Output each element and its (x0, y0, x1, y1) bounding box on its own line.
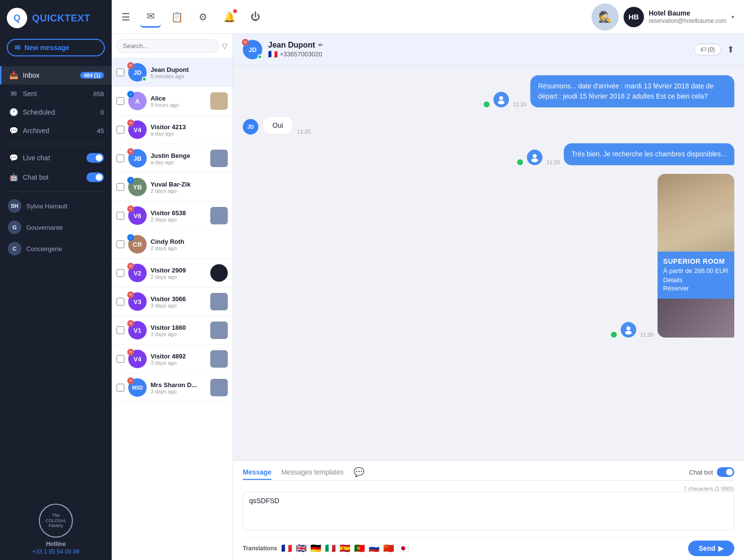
contact-time: a day ago (151, 131, 228, 136)
list-item[interactable]: V1 ✉ Visitor 1860 3 days ago (112, 316, 233, 345)
tag-button[interactable]: 🏷 (0) (694, 44, 721, 55)
flag-it[interactable]: 🇮🇹 (325, 543, 336, 554)
list-item[interactable]: V4 ✉ Visitor 4892 3 days ago (112, 345, 233, 373)
list-item[interactable]: V6 ✉ Visitor 6538 2 days ago (112, 202, 233, 230)
power-icon[interactable]: ⏻ (245, 6, 266, 28)
contact-time: 3 days ago (151, 360, 206, 366)
filter-icon[interactable]: ▽ (222, 42, 228, 51)
list-item[interactable]: YB f Yuval Bar-Zik 2 days ago (112, 173, 233, 202)
livechat-toggle[interactable] (86, 153, 104, 163)
tab-templates[interactable]: Messages templates (281, 468, 343, 480)
message-sender-avatar (621, 322, 636, 338)
chat-header-avatar: JD ✉ (243, 40, 262, 59)
chatbot-compose-toggle[interactable] (717, 467, 734, 477)
flag-es[interactable]: 🇪🇸 (339, 543, 350, 554)
sidebar-item-chatbot[interactable]: 🤖 Chat bot (0, 168, 112, 187)
inbox-item-info: Cindy Roth 2 days ago (151, 238, 228, 251)
flag-gb[interactable]: 🇬🇧 (296, 543, 306, 554)
contact-time: 2 days ago (151, 245, 228, 251)
item-checkbox[interactable] (117, 326, 124, 334)
message-input[interactable]: qsSDFSD (243, 492, 734, 530)
card-details-link[interactable]: Détails (663, 276, 728, 284)
hamburger-icon[interactable]: ☰ (121, 11, 130, 23)
item-checkbox[interactable] (117, 212, 124, 220)
sidebar-user-gouvernante[interactable]: G Gouvernante (0, 217, 112, 238)
item-checkbox[interactable] (117, 269, 124, 277)
card-body: SUPERIOR ROOM À partir de 266.00 EUR Dét… (658, 252, 734, 299)
inbox-icon: 📥 (9, 71, 18, 80)
room-image (658, 174, 734, 252)
scheduled-label: Scheduled (23, 108, 55, 116)
send-arrow-icon: ▶ (718, 544, 724, 552)
item-checkbox[interactable] (117, 126, 124, 134)
send-button[interactable]: Send ▶ (688, 541, 734, 556)
chatbot-toggle[interactable] (86, 172, 104, 182)
item-checkbox[interactable] (117, 154, 124, 162)
item-checkbox[interactable] (117, 298, 124, 305)
room-image-2 (658, 299, 734, 338)
message-row: Résumons... date d'arrivée : mardi 13 fé… (243, 75, 734, 107)
user-avatar-sm-g: G (8, 221, 21, 234)
card-reserve-link[interactable]: Réserver (663, 285, 728, 292)
message-time: 11:20 (297, 129, 311, 135)
list-item[interactable]: JD ✉ Jean Dupont 5 minutes ago (112, 58, 233, 87)
sidebar-divider2 (7, 191, 105, 191)
list-item[interactable]: V4 ✉ Visitor 4213 a day ago (112, 116, 233, 144)
flag-de[interactable]: 🇩🇪 (310, 543, 321, 554)
sidebar-item-archived[interactable]: 💬 Archived 45 (0, 121, 112, 140)
item-checkbox[interactable] (117, 97, 124, 105)
sidebar-bottom: TheCOLOSALFactory Hotline +33 1 85 54 00… (0, 496, 112, 560)
flag-pt[interactable]: 🇵🇹 (354, 543, 365, 554)
sidebar-user-sylvia[interactable]: SH Sylvia Harrault (0, 195, 112, 217)
inbox-item-info: Mrs Sharon D... 3 days ago (151, 381, 206, 394)
avatar-wrap: JB ✉ (128, 149, 147, 168)
hotline-label: Hotline (46, 541, 66, 547)
item-checkbox[interactable] (117, 68, 124, 76)
sidebar-item-livechat[interactable]: 💬 Live chat (0, 148, 112, 168)
pencil-icon: ✉ (15, 44, 20, 51)
item-checkbox[interactable] (117, 240, 124, 248)
list-item[interactable]: V2 ✉ Visitor 2909 2 days ago (112, 259, 233, 288)
tab-message[interactable]: Message (243, 468, 271, 480)
compose-tabs: Message Messages templates 💬 Chat bot (243, 467, 734, 481)
inbox-item-info: Visitor 6538 2 days ago (151, 209, 206, 222)
list-item[interactable]: CR f Cindy Roth 2 days ago (112, 230, 233, 259)
bell-icon[interactable]: 🔔 (219, 6, 240, 28)
list-item[interactable]: MSD ✉ Mrs Sharon D... 3 days ago (112, 373, 233, 402)
contact-name: Visitor 3066 (151, 295, 206, 303)
sidebar-item-scheduled[interactable]: 🕐 Scheduled 0 (0, 103, 112, 121)
svg-point-4 (626, 326, 630, 330)
card-price: À partir de 266.00 EUR (663, 267, 728, 274)
chat-header: JD ✉ Jean Dupont ✏ 🇫🇷 +33657003020 (233, 34, 744, 66)
export-icon[interactable]: ⬆ (727, 44, 734, 55)
sidebar-item-sent[interactable]: ✉ Sent 858 (0, 85, 112, 103)
sidebar-item-inbox[interactable]: 📥 Inbox 484 (1) (0, 66, 112, 85)
list-item[interactable]: A f Alice 9 hours ago (112, 87, 233, 116)
flag-fr[interactable]: 🇫🇷 (281, 543, 292, 554)
status-online (257, 54, 262, 59)
item-checkbox[interactable] (117, 355, 124, 363)
contact-time: 3 days ago (151, 331, 206, 337)
flag-jp[interactable]: 🇯🇵 (398, 543, 408, 554)
channel-badge: ✉ (127, 320, 134, 327)
item-checkbox[interactable] (117, 183, 124, 191)
list-item[interactable]: V3 ✉ Visitor 3066 3 days ago (112, 288, 233, 316)
flag-cn[interactable]: 🇨🇳 (383, 543, 394, 554)
item-checkbox[interactable] (117, 384, 124, 391)
contact-name: Visitor 4213 (151, 123, 228, 131)
user-menu[interactable]: HB Hotel Baume reservation@hotelbaume.co… (624, 7, 734, 27)
search-bar: ▽ (112, 34, 233, 58)
new-message-button[interactable]: ✉ New message (7, 39, 105, 56)
mail-tab-icon[interactable]: ✉ (140, 6, 161, 28)
edit-name-icon[interactable]: ✏ (318, 42, 323, 49)
flag-ru[interactable]: 🇷🇺 (369, 543, 379, 554)
channel-badge: ✉ (127, 205, 134, 212)
search-input[interactable] (117, 39, 219, 53)
hotel-name: Hotel Baume (649, 9, 727, 17)
settings-icon[interactable]: ⚙ (192, 6, 214, 28)
list-item[interactable]: JB ✉ Justin Benge a day ago (112, 144, 233, 173)
notebook-icon[interactable]: 📋 (166, 6, 187, 28)
messenger-icon[interactable]: 💬 (354, 467, 364, 477)
scheduled-icon: 🕐 (9, 108, 18, 117)
sidebar-user-conciergerie[interactable]: C Conciergerie (0, 238, 112, 259)
